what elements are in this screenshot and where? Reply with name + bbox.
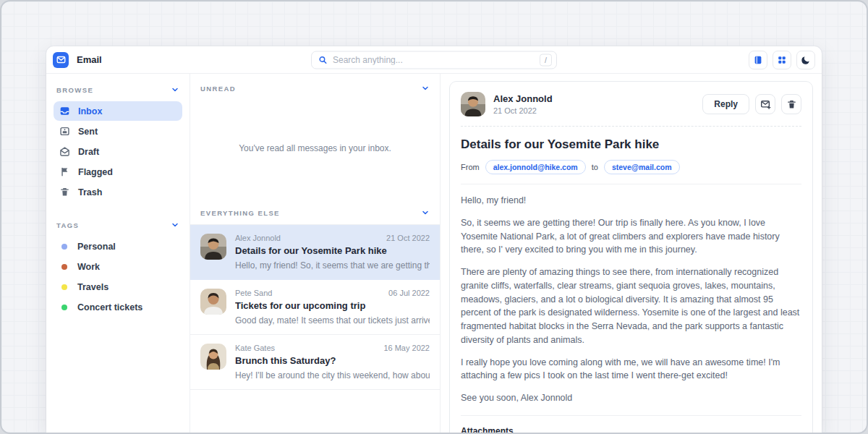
search-bar[interactable]: / [311,51,557,69]
to-email-chip[interactable]: steve@mail.com [604,160,680,174]
to-label: to [592,163,598,171]
book-icon [753,55,763,65]
unread-empty-state: You've read all messages in your inbox. [190,98,440,198]
sidebar-item-trash[interactable]: Trash [54,182,182,202]
unread-section-header[interactable]: UNREAD [190,74,440,98]
sidebar-item-label: Draft [78,147,99,157]
tag-color-dot [61,244,67,250]
avatar [200,289,226,315]
sidebar-item-inbox[interactable]: Inbox [54,101,182,121]
from-email-chip[interactable]: alex.jonnold@hike.com [485,160,586,174]
tags-label: TAGS [56,221,79,229]
body-paragraph: There are plenty of amazing things to se… [461,265,801,347]
chevron-down-icon[interactable] [171,221,179,229]
attachments-label: Attachments [461,426,801,434]
browse-label: BROWSE [56,86,93,94]
app-logo [53,52,69,68]
email-date: 06 Jul 2022 [388,289,430,297]
email-list-item-alex[interactable]: Alex Jonnold 21 Oct 2022 Details for our… [190,225,440,280]
sidebar-item-label: Inbox [78,106,102,116]
email-subject: Details for our Yosemite Park hike [235,245,430,256]
tags-section: TAGS Personal Work [54,218,182,318]
address-book-button[interactable] [749,51,767,69]
email-date: 16 May 2022 [383,344,430,352]
mail-open-icon [59,146,70,157]
moon-icon [801,55,811,65]
tags-section-header[interactable]: TAGS [54,218,182,237]
tag-work[interactable]: Work [54,257,182,277]
search-icon [318,55,328,64]
trash-icon [786,99,797,110]
from-label: From [461,163,480,171]
everything-else-label: EVERYTHING ELSE [200,209,280,217]
tag-color-dot [61,264,67,270]
email-list-item-kate[interactable]: Kate Gates 16 May 2022 Brunch this Satur… [190,335,440,390]
email-meta: Alex Jonnold 21 Oct 2022 Details for our… [235,234,430,271]
sent-icon [59,126,70,137]
tag-color-dot [61,305,67,310]
envelope-icon [56,55,66,64]
body-paragraph: See you soon, Alex Jonnold [461,391,801,405]
browse-section-header[interactable]: BROWSE [54,82,182,101]
sidebar-item-label: Sent [78,127,98,137]
detail-header: Alex Jonnold 21 Oct 2022 Reply [461,92,801,116]
app-header: Email / [46,46,822,74]
body-paragraph: Hello, my friend! [461,194,801,208]
dark-mode-toggle[interactable] [796,51,815,69]
forward-mail-button[interactable] [755,94,775,114]
tag-label: Work [77,262,100,272]
tag-label: Personal [77,242,116,252]
app-title: Email [77,54,102,65]
unread-empty-text: You've read all messages in your inbox. [239,143,391,153]
email-meta: Kate Gates 16 May 2022 Brunch this Satur… [235,344,430,380]
email-body: Hello, my friend! So, it seems we are ge… [461,184,801,415]
chevron-down-icon[interactable] [171,85,179,94]
email-preview: Hey! I'll be around the city this weeken… [235,370,430,380]
from-to-row: From alex.jonnold@hike.com to steve@mail… [461,160,801,174]
tag-personal[interactable]: Personal [54,237,182,257]
unread-label: UNREAD [200,85,236,93]
detail-actions: Reply [702,94,801,114]
search-input[interactable] [333,55,540,65]
envelope-plus-icon [760,99,771,110]
divider [461,126,801,127]
divider [461,415,801,416]
sidebar-item-sent[interactable]: Sent [54,122,182,141]
tag-label: Concert tickets [77,302,142,312]
detail-sender-block: Alex Jonnold 21 Oct 2022 [493,93,553,115]
app-body: BROWSE Inbox [46,74,822,433]
header-actions [749,51,815,69]
chevron-down-icon[interactable] [421,208,430,217]
email-date: 21 Oct 2022 [386,234,430,242]
flag-icon [59,166,70,177]
avatar [200,234,226,260]
email-list-item-pete[interactable]: Pete Sand 06 Jul 2022 Tickets for our up… [190,280,440,335]
email-subject: Brunch this Saturday? [235,355,430,366]
detail-subject: Details for our Yosemite Park hike [461,137,801,152]
delete-email-button[interactable] [781,94,801,114]
sidebar-item-flagged[interactable]: Flagged [54,162,182,182]
sidebar-item-draft[interactable]: Draft [54,142,182,161]
message-list: UNREAD You've read all messages in your … [190,74,441,433]
email-sender: Alex Jonnold [235,234,281,242]
apps-grid-button[interactable] [773,51,791,69]
detail-sender-name: Alex Jonnold [493,93,553,104]
grid-icon [777,55,787,65]
tag-concert-tickets[interactable]: Concert tickets [54,297,182,318]
chevron-down-icon[interactable] [421,84,430,93]
email-detail-card: Alex Jonnold 21 Oct 2022 Reply [449,81,813,434]
avatar [200,344,226,370]
sidebar-item-label: Trash [78,187,102,197]
tag-label: Travels [77,282,109,292]
email-app-window: Email / [46,46,822,433]
detail-date: 21 Oct 2022 [493,106,553,115]
sidebar: BROWSE Inbox [46,74,190,433]
reply-button[interactable]: Reply [702,94,749,114]
everything-else-section-header[interactable]: EVERYTHING ELSE [190,198,440,225]
email-sender: Pete Sand [235,289,272,297]
search-shortcut-key: / [540,54,552,66]
browser-frame: Email / [0,0,868,434]
tag-travels[interactable]: Travels [54,277,182,297]
body-paragraph: So, it seems we are getting there! Our t… [461,216,801,257]
trash-icon [59,187,70,197]
